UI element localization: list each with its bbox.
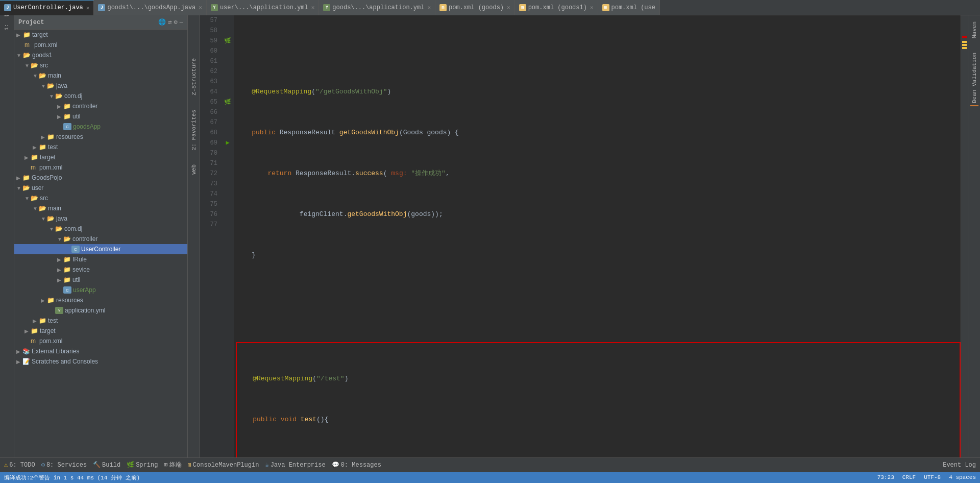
tree-item-java1[interactable]: ▼ 📂 java: [14, 81, 187, 91]
tab-close-icon[interactable]: ✕: [86, 5, 90, 11]
tree-item-main2[interactable]: ▼ 📂 main: [14, 203, 187, 213]
bean-validation-label[interactable]: Bean Validation: [970, 51, 978, 106]
status-bar: 编译成功:2个警告 in 1 s 44 ms (14 分钟 之前) 73:23 …: [0, 472, 980, 483]
gutter-spring-icon[interactable]: 🌿: [222, 36, 234, 46]
tab-label: UserController.java: [13, 4, 83, 11]
z-structure-panel[interactable]: Z-Structure 2: Favorites Web: [188, 15, 200, 457]
tree-item-usercontroller[interactable]: C UserController: [14, 244, 187, 254]
tree-item-util1[interactable]: ▶ 📁 util: [14, 111, 187, 122]
gutter-run-icon[interactable]: ▶: [222, 138, 234, 148]
services-button[interactable]: ⚙ 8: Services: [41, 461, 87, 469]
tree-item-pomxml2[interactable]: m pom.xml: [14, 336, 187, 346]
code-line-63: [236, 291, 961, 301]
java-enterprise-button[interactable]: ☕ Java Enterprise: [265, 461, 325, 469]
maven-plugin-button[interactable]: m ConsoleMavenPlugin: [188, 462, 259, 469]
tree-item-extlibs[interactable]: ▶ 📚 External Libraries: [14, 346, 187, 356]
build-button[interactable]: 🔨 Build: [93, 461, 120, 469]
charset[interactable]: UTF-8: [924, 474, 941, 480]
tree-item-src2[interactable]: ▼ 📂 src: [14, 193, 187, 203]
tree-item-java2[interactable]: ▼ 📂 java: [14, 213, 187, 224]
gutter-line: [222, 128, 234, 138]
right-scroll-bar[interactable]: [961, 15, 968, 457]
line-ending[interactable]: CRLF: [902, 474, 916, 480]
tree-item-target[interactable]: ▶ 📁 target: [14, 30, 187, 40]
folder-open-icon5: 📂: [31, 195, 38, 202]
tree-item-main1[interactable]: ▼ 📂 main: [14, 70, 187, 81]
tab-item-pomuser[interactable]: m pom.xml (use: [598, 0, 660, 15]
xml-icon3: m: [602, 4, 609, 11]
spring-button[interactable]: 🌿 Spring: [127, 461, 158, 469]
indent[interactable]: 4 spaces: [949, 474, 976, 480]
messages-button[interactable]: 💬 0: Messages: [332, 461, 381, 469]
tree-body[interactable]: ▶ 📁 target m pom.xml ▼ 📂 goods1 ▼ 📂 src: [14, 30, 187, 457]
terminal-button[interactable]: ⊞ 终端: [164, 461, 181, 469]
tree-item-resources2[interactable]: ▶ 📁 resources: [14, 295, 187, 305]
tree-item-appyml2[interactable]: Y application.yml: [14, 305, 187, 316]
tree-item-label: src: [40, 62, 48, 69]
tree-item-scratches[interactable]: ▶ 📝 Scratches and Consoles: [14, 356, 187, 367]
java-class-icon: C: [63, 123, 71, 130]
tab-item-pomgoods1[interactable]: m pom.xml (goods1) ✕: [515, 0, 598, 15]
tree-settings-icon[interactable]: ⚙: [174, 18, 178, 26]
gutter-line: [222, 56, 234, 66]
tree-item-pomxml1[interactable]: m pom.xml: [14, 162, 187, 173]
tree-item-test2[interactable]: ▶ 📁 test: [14, 316, 187, 326]
folder-icon9: 📁: [63, 276, 71, 283]
build-icon: 🔨: [93, 461, 101, 469]
tree-item-label: target: [32, 31, 48, 38]
favorites-label[interactable]: 2: Favorites: [190, 108, 198, 152]
tree-item-comdj2[interactable]: ▼ 📂 com.dj: [14, 224, 187, 234]
tree-item-user[interactable]: ▼ 📂 user: [14, 183, 187, 193]
tree-item-test1[interactable]: ▶ 📁 test: [14, 142, 187, 152]
z-structure-label[interactable]: Z-Structure: [190, 56, 198, 98]
code-line-58: @RequestMapping("/getGoodsWithObj"): [236, 87, 961, 97]
tree-item-src1[interactable]: ▼ 📂 src: [14, 60, 187, 70]
arrow-icon5: ▼: [41, 83, 47, 89]
arrow-icon16: ▼: [41, 216, 47, 222]
tree-item-controller2[interactable]: ▼ 📂 controller: [14, 234, 187, 244]
tab-item-appyml[interactable]: Y user\...\application.yml ✕: [207, 0, 319, 15]
cursor-position[interactable]: 73:23: [877, 474, 894, 480]
tree-item-userapp[interactable]: C userApp: [14, 285, 187, 295]
tree-item-util2[interactable]: ▶ 📁 util: [14, 275, 187, 285]
tree-item-goodsapp[interactable]: C goodsApp: [14, 122, 187, 132]
tree-item-resources1[interactable]: ▶ 📁 resources: [14, 132, 187, 142]
tab-close-icon2[interactable]: ✕: [199, 4, 202, 11]
tab-item-goodsyml[interactable]: Y goods\...\application.yml ✕: [319, 0, 435, 15]
folder-icon10: 📁: [47, 297, 55, 304]
event-log-button[interactable]: Event Log: [943, 462, 976, 469]
tree-item-controller1[interactable]: ▶ 📁 controller: [14, 101, 187, 111]
folder-icon5: 📁: [39, 143, 46, 151]
tab-item-usercontroller[interactable]: J UserController.java ✕: [0, 0, 94, 15]
arrow-icon15: ▼: [33, 206, 39, 211]
tree-minimize-icon[interactable]: —: [180, 19, 183, 26]
tab-item-pomgoods[interactable]: m pom.xml (goods) ✕: [435, 0, 515, 15]
tree-item-target1[interactable]: ▶ 📁 target: [14, 152, 187, 162]
tree-item-comdj1[interactable]: ▼ 📂 com.dj: [14, 91, 187, 101]
maven-label[interactable]: Maven: [970, 19, 978, 40]
code-line-62: }: [236, 250, 961, 260]
tree-swap-icon[interactable]: ⇄: [168, 18, 172, 26]
web-label[interactable]: Web: [190, 162, 198, 177]
folder-icon: 📁: [22, 31, 31, 39]
tab-close-icon6[interactable]: ✕: [590, 4, 594, 11]
project-icon[interactable]: 1: 项目: [2, 18, 12, 33]
tree-item-label: controller: [72, 235, 97, 243]
tree-item-target2[interactable]: ▶ 📁 target: [14, 326, 187, 336]
tab-item-goodsapp[interactable]: J goods1\...\goodsApp.java ✕: [94, 0, 206, 15]
tree-item-pomxml-root[interactable]: m pom.xml: [14, 40, 187, 50]
tree-item-irule[interactable]: ▶ 📁 IRule: [14, 254, 187, 264]
tree-item-sevice[interactable]: ▶ 📁 sevice: [14, 264, 187, 275]
code-editor[interactable]: 57 58 59 60 61 62 63 64 65 66 67 68 69 7…: [200, 15, 968, 457]
code-lines-container: 57 58 59 60 61 62 63 64 65 66 67 68 69 7…: [200, 15, 968, 457]
tree-item-goods1[interactable]: ▼ 📂 goods1: [14, 50, 187, 60]
tree-globe-icon[interactable]: 🌐: [158, 18, 166, 26]
tab-close-icon4[interactable]: ✕: [427, 4, 431, 11]
tab-close-icon5[interactable]: ✕: [507, 4, 510, 11]
tree-item-goodspojo[interactable]: ▶ 📁 GoodsPojo: [14, 173, 187, 183]
todo-button[interactable]: ⚠ 6: TODO: [4, 461, 35, 469]
tab-close-icon3[interactable]: ✕: [311, 4, 315, 11]
code-content-col[interactable]: @RequestMapping("/getGoodsWithObj") publ…: [234, 15, 961, 457]
tab-label7: pom.xml (use: [611, 4, 655, 11]
gutter-spring-icon2[interactable]: 🌿: [222, 97, 234, 107]
